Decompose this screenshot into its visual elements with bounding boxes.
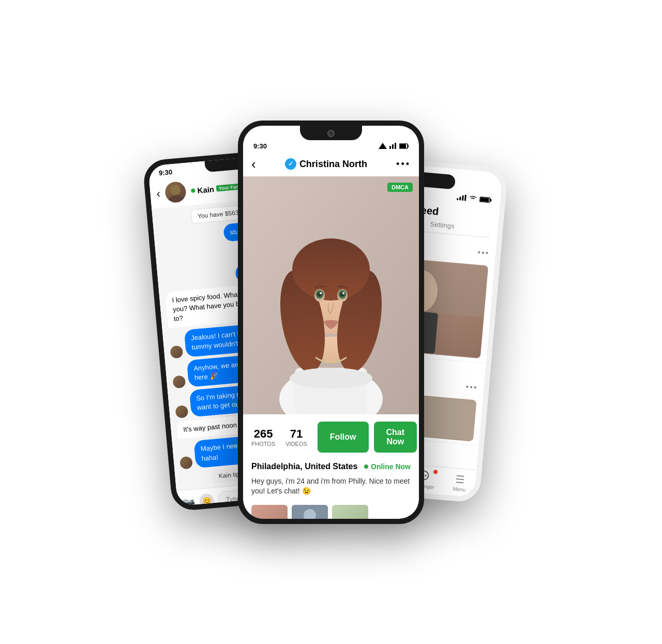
tab-settings[interactable]: Settings <box>430 220 455 231</box>
svg-point-0 <box>170 184 182 196</box>
camera-icon[interactable]: 📷 <box>182 496 196 506</box>
photos-stat: 265 PHOTOS <box>251 427 275 447</box>
svg-rect-5 <box>395 143 396 149</box>
nav-menu[interactable]: ☰ Menu <box>453 472 467 492</box>
svg-rect-4 <box>392 144 394 149</box>
chat-username: Kain <box>197 184 215 194</box>
svg-rect-8 <box>408 145 409 147</box>
more-btn[interactable]: ••• <box>396 159 411 170</box>
dmca-badge: DMCA <box>387 183 413 192</box>
chat-now-button[interactable]: Chat Now <box>374 422 417 453</box>
small-avatar <box>172 375 186 388</box>
profile-bio: Hey guys, i'm 24 and i'm from Philly. Ni… <box>243 474 419 502</box>
photos-label: PHOTOS <box>251 441 275 447</box>
wifi-icon <box>469 194 477 201</box>
post-more-btn[interactable]: ••• <box>477 247 490 258</box>
profile-name: ✓ Christina North <box>285 158 367 170</box>
online-dot <box>364 465 368 469</box>
svg-rect-30 <box>459 197 461 200</box>
videos-count: 71 <box>285 427 307 441</box>
profile-actions: Follow Chat Now <box>318 422 417 453</box>
center-time: 9:30 <box>253 142 267 150</box>
chat-avatar <box>164 181 187 203</box>
profile-name-text: Christina North <box>299 159 367 170</box>
follow-button[interactable]: Follow <box>318 422 369 453</box>
small-avatar <box>170 345 183 358</box>
online-label: Online Now <box>371 462 411 471</box>
videos-stat: 71 VIDEOS <box>285 427 307 447</box>
svg-point-22 <box>340 292 345 297</box>
svg-rect-3 <box>389 146 391 149</box>
center-status-icons <box>379 143 409 149</box>
online-indicator <box>191 188 195 193</box>
small-avatar <box>175 405 188 418</box>
photos-count: 265 <box>251 427 275 441</box>
verified-badge: ✓ <box>285 158 296 170</box>
back-btn[interactable]: ‹ <box>251 156 256 172</box>
battery-icon <box>479 196 492 203</box>
svg-rect-7 <box>400 144 406 148</box>
svg-point-1 <box>168 194 185 203</box>
videos-label: VIDEOS <box>285 441 307 447</box>
svg-rect-31 <box>462 195 464 200</box>
svg-point-21 <box>317 292 322 297</box>
emoji-icon[interactable]: 😊 <box>199 493 215 506</box>
svg-rect-32 <box>464 194 467 201</box>
left-time: 9:30 <box>158 168 172 176</box>
profile-location: Philadelphia, United States Online Now <box>243 460 419 474</box>
right-status-icons <box>457 193 492 203</box>
center-header: ‹ ✓ Christina North ••• <box>243 152 419 176</box>
svg-marker-2 <box>379 143 387 149</box>
svg-point-25 <box>290 368 372 388</box>
svg-point-24 <box>342 292 344 294</box>
post-2-more-btn[interactable]: ••• <box>465 382 478 392</box>
nav-menu-label: Menu <box>453 486 466 492</box>
chat-back-btn[interactable]: ‹ <box>156 187 161 201</box>
location-text: Philadelphia, United States <box>251 462 357 471</box>
profile-photo: DMCA <box>243 176 419 414</box>
signal-icon <box>457 193 467 201</box>
menu-icon: ☰ <box>455 472 465 485</box>
small-avatar <box>179 456 193 469</box>
svg-rect-29 <box>457 198 458 200</box>
photo-strip <box>243 502 419 519</box>
svg-rect-12 <box>323 337 339 363</box>
svg-point-23 <box>320 292 322 294</box>
profile-stats: 265 PHOTOS 71 VIDEOS Follow Chat Now <box>243 414 419 460</box>
online-status: Online Now <box>364 462 411 471</box>
svg-point-16 <box>292 238 370 301</box>
center-phone: 9:30 ‹ ✓ Christina North ••• DMCA <box>238 121 424 524</box>
